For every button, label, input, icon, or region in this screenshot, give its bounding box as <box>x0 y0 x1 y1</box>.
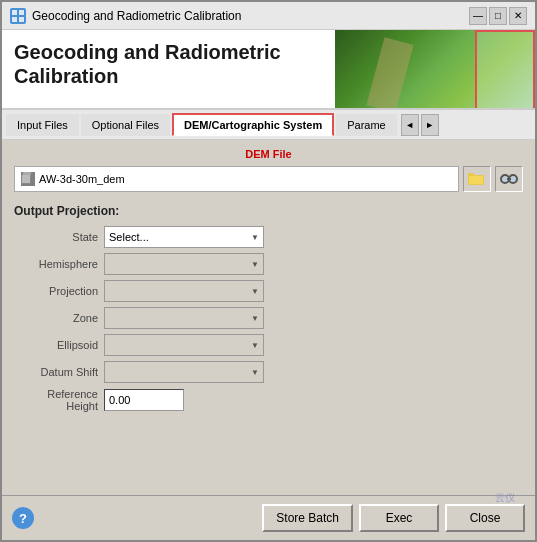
maximize-button[interactable]: □ <box>489 7 507 25</box>
svg-rect-1 <box>19 10 24 15</box>
help-button[interactable]: ? <box>12 507 34 529</box>
exec-button[interactable]: Exec <box>359 504 439 532</box>
svg-rect-0 <box>12 10 17 15</box>
reference-height-label: Reference Height <box>14 388 104 412</box>
tab-prev-button[interactable]: ◄ <box>401 114 419 136</box>
folder-open-button[interactable] <box>463 166 491 192</box>
tab-dem-cartographic[interactable]: DEM/Cartographic System <box>172 113 334 136</box>
title-bar: Geocoding and Radiometric Calibration — … <box>2 2 535 30</box>
form-row-zone: Zone ▼ <box>14 307 523 329</box>
hemisphere-dropdown-arrow: ▼ <box>251 260 259 269</box>
tab-optional-files[interactable]: Optional Files <box>81 114 170 136</box>
zone-select[interactable]: ▼ <box>104 307 264 329</box>
header-image <box>335 30 535 110</box>
header-red-box <box>475 30 535 110</box>
state-label: State <box>14 231 104 243</box>
window-title: Geocoding and Radiometric Calibration <box>32 9 469 23</box>
tabs-container: Input Files Optional Files DEM/Cartograp… <box>2 110 535 140</box>
ellipsoid-label: Ellipsoid <box>14 339 104 351</box>
dem-file-input[interactable]: AW-3d-30m_dem <box>14 166 459 192</box>
datum-shift-label: Datum Shift <box>14 366 104 378</box>
dem-file-row: AW-3d-30m_dem <box>14 166 523 192</box>
output-projection-section: Output Projection: State Select... ▼ Hem… <box>14 204 523 412</box>
state-select[interactable]: Select... ▼ <box>104 226 264 248</box>
svg-rect-6 <box>22 175 30 183</box>
close-button-bottom[interactable]: Close <box>445 504 525 532</box>
dem-file-icon <box>21 172 35 186</box>
binoculars-button[interactable] <box>495 166 523 192</box>
content-area: DEM File AW-3d-30m_dem <box>2 140 535 495</box>
header-road-overlay <box>366 37 413 110</box>
form-row-projection: Projection ▼ <box>14 280 523 302</box>
bottom-buttons: Store Batch Exec Close <box>262 504 525 532</box>
bottom-bar: ? Store Batch Exec Close 云仪 <box>2 495 535 540</box>
tab-parameters[interactable]: Parame <box>336 114 397 136</box>
header-background <box>335 30 535 110</box>
svg-point-14 <box>511 177 515 181</box>
svg-rect-12 <box>507 178 511 180</box>
datum-shift-select[interactable]: ▼ <box>104 361 264 383</box>
dem-file-value: AW-3d-30m_dem <box>39 173 125 185</box>
zone-label: Zone <box>14 312 104 324</box>
close-button[interactable]: ✕ <box>509 7 527 25</box>
projection-select[interactable]: ▼ <box>104 280 264 302</box>
form-row-datum-shift: Datum Shift ▼ <box>14 361 523 383</box>
store-batch-button[interactable]: Store Batch <box>262 504 353 532</box>
zone-dropdown-arrow: ▼ <box>251 314 259 323</box>
svg-point-13 <box>503 177 507 181</box>
svg-rect-9 <box>469 176 483 184</box>
form-row-ellipsoid: Ellipsoid ▼ <box>14 334 523 356</box>
datum-shift-dropdown-arrow: ▼ <box>251 368 259 377</box>
svg-rect-5 <box>23 172 31 175</box>
main-window: Geocoding and Radiometric Calibration — … <box>0 0 537 542</box>
form-row-state: State Select... ▼ <box>14 226 523 248</box>
output-projection-label: Output Projection: <box>14 204 523 218</box>
form-row-hemisphere: Hemisphere ▼ <box>14 253 523 275</box>
minimize-button[interactable]: — <box>469 7 487 25</box>
projection-label: Projection <box>14 285 104 297</box>
app-icon <box>10 8 26 24</box>
projection-dropdown-arrow: ▼ <box>251 287 259 296</box>
svg-rect-3 <box>19 17 24 22</box>
header-section: Geocoding and RadiometricCalibration <box>2 30 535 110</box>
header-title: Geocoding and RadiometricCalibration <box>14 40 281 88</box>
hemisphere-select[interactable]: ▼ <box>104 253 264 275</box>
svg-rect-2 <box>12 17 17 22</box>
hemisphere-label: Hemisphere <box>14 258 104 270</box>
bottom-left: ? <box>12 507 34 529</box>
form-row-reference-height: Reference Height <box>14 388 523 412</box>
state-dropdown-arrow: ▼ <box>251 233 259 242</box>
ellipsoid-dropdown-arrow: ▼ <box>251 341 259 350</box>
reference-height-input[interactable] <box>104 389 184 411</box>
dem-file-label: DEM File <box>14 148 523 160</box>
tab-input-files[interactable]: Input Files <box>6 114 79 136</box>
tab-next-button[interactable]: ► <box>421 114 439 136</box>
ellipsoid-select[interactable]: ▼ <box>104 334 264 356</box>
window-controls: — □ ✕ <box>469 7 527 25</box>
